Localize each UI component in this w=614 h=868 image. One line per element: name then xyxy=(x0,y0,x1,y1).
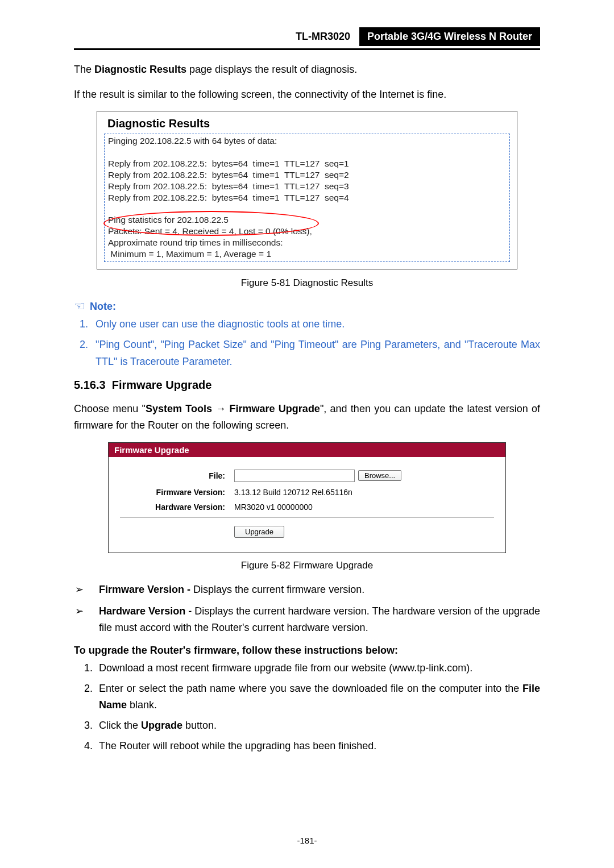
text: button. xyxy=(182,720,217,731)
page-number: -181- xyxy=(0,836,614,845)
note-item: Only one user can use the diagnostic too… xyxy=(91,316,540,333)
text: Enter or select the path name where you … xyxy=(99,683,522,694)
ping-stats: Approximate round trip times in millisec… xyxy=(108,237,506,248)
text-bold: Diagnostic Results xyxy=(94,64,186,75)
intro-paragraph-2: If the result is similar to the followin… xyxy=(74,86,540,103)
text: Displays the current firmware version. xyxy=(193,584,364,595)
note-list: Only one user can use the diagnostic too… xyxy=(74,316,540,370)
separator xyxy=(120,517,494,518)
diagnostic-results-screenshot: Diagnostic Results Pinging 202.108.22.5 … xyxy=(97,111,517,269)
hardware-version-label: Hardware Version: xyxy=(120,502,234,512)
step: The Router will reboot while the upgradi… xyxy=(96,738,540,755)
model-number: TL-MR3020 xyxy=(291,27,359,46)
step: Click the Upgrade button. xyxy=(96,717,540,734)
text-bold: Upgrade xyxy=(141,720,182,731)
list-item: Hardware Version - Displays the current … xyxy=(74,603,540,637)
section-number: 5.16.3 xyxy=(74,379,106,391)
text-bold: Firmware Upgrade xyxy=(230,403,320,414)
pointing-hand-icon: ☞ xyxy=(74,299,85,314)
intro-paragraph-1: The Diagnostic Results page displays the… xyxy=(74,61,540,78)
text-bold: System Tools xyxy=(146,403,212,414)
figure-caption-2: Figure 5-82 Firmware Upgrade xyxy=(74,560,540,571)
section-heading: 5.16.3 Firmware Upgrade xyxy=(74,379,540,392)
step: Enter or select the path name where you … xyxy=(96,680,540,714)
ping-reply: Reply from 202.108.22.5: bytes=64 time=1… xyxy=(108,169,506,181)
note-label: Note: xyxy=(90,301,116,313)
instructions-heading: To upgrade the Router's firmware, follow… xyxy=(74,645,540,657)
file-input[interactable] xyxy=(234,470,355,482)
ping-stats: Ping statistics for 202.108.22.5 xyxy=(108,214,506,226)
text: Choose menu " xyxy=(74,403,146,414)
firmware-version-label: Firmware Version: xyxy=(120,488,234,497)
step: Download a most recent firmware upgrade … xyxy=(96,660,540,677)
choose-menu-paragraph: Choose menu "System Tools → Firmware Upg… xyxy=(74,401,540,434)
ping-reply: Reply from 202.108.22.5: bytes=64 time=1… xyxy=(108,158,506,169)
ping-reply: Reply from 202.108.22.5: bytes=64 time=1… xyxy=(108,192,506,203)
ping-stats: Packets: Sent = 4, Received = 4, Lost = … xyxy=(108,226,506,237)
arrow-icon: → xyxy=(212,403,230,414)
product-title: Portable 3G/4G Wireless N Router xyxy=(359,27,540,46)
text-bold: Hardware Version - xyxy=(99,605,194,617)
firmware-version-value: 3.13.12 Build 120712 Rel.65116n xyxy=(234,488,494,497)
section-title: Firmware Upgrade xyxy=(112,379,212,391)
doc-header: TL-MR3020 Portable 3G/4G Wireless N Rout… xyxy=(74,27,540,46)
text: Click the xyxy=(99,720,141,731)
text: page displays the result of diagnosis. xyxy=(186,64,357,75)
file-label: File: xyxy=(120,471,234,480)
note-item: "Ping Count", "Ping Packet Size" and "Pi… xyxy=(91,337,540,370)
ping-header: Pinging 202.108.22.5 with 64 bytes of da… xyxy=(108,135,506,147)
list-item: Firmware Version - Displays the current … xyxy=(74,582,540,599)
text: blank. xyxy=(127,699,157,711)
text-bold: Firmware Version - xyxy=(99,584,193,595)
figure-caption-1: Figure 5-81 Diagnostic Results xyxy=(74,277,540,289)
ping-stats: Minimum = 1, Maximum = 1, Average = 1 xyxy=(108,248,506,260)
hardware-version-value: MR3020 v1 00000000 xyxy=(234,502,494,512)
browse-button[interactable]: Browse... xyxy=(358,470,401,481)
header-rule xyxy=(74,48,540,50)
text: The xyxy=(74,64,94,75)
diagnostic-results-title: Diagnostic Results xyxy=(107,117,510,130)
note-heading: ☞ Note: xyxy=(74,299,540,314)
instruction-steps: Download a most recent firmware upgrade … xyxy=(74,660,540,754)
upgrade-button[interactable]: Upgrade xyxy=(234,526,284,538)
firmware-panel-title: Firmware Upgrade xyxy=(109,443,505,457)
ping-reply: Reply from 202.108.22.5: bytes=64 time=1… xyxy=(108,181,506,192)
firmware-upgrade-screenshot: Firmware Upgrade File: Browse... Firmwar… xyxy=(108,442,506,553)
description-list: Firmware Version - Displays the current … xyxy=(74,582,540,637)
diagnostic-output: Pinging 202.108.22.5 with 64 bytes of da… xyxy=(104,134,510,262)
